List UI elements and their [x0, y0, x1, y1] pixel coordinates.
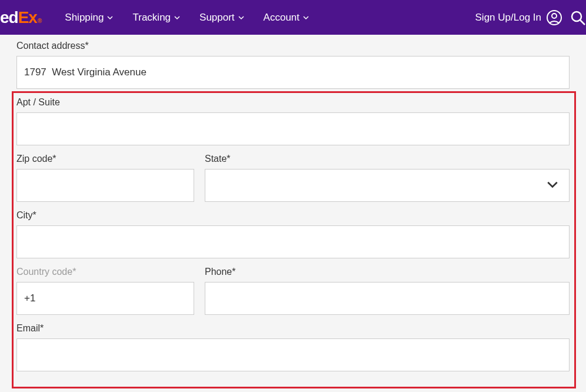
state-select-wrapper: [205, 169, 570, 202]
logo-dot: ®: [38, 18, 41, 24]
country-code-group: Country code*: [16, 267, 194, 315]
chevron-down-icon: [238, 14, 245, 21]
nav-support-label: Support: [199, 12, 235, 24]
main-nav: Shipping Tracking Support Account: [65, 12, 309, 24]
nav-account-label: Account: [264, 12, 299, 24]
form-container: Contact address* Apt / Suite Zip code* S…: [0, 35, 586, 371]
nav-shipping[interactable]: Shipping: [65, 12, 114, 24]
nav-tracking[interactable]: Tracking: [132, 12, 181, 24]
signin-button[interactable]: Sign Up/Log In: [475, 9, 562, 26]
city-label: City*: [16, 210, 570, 221]
country-phone-row: Country code* Phone*: [16, 267, 570, 323]
email-group: Email*: [16, 323, 570, 371]
chevron-down-icon: [174, 14, 181, 21]
phone-input[interactable]: [205, 282, 570, 315]
chevron-down-icon: [302, 14, 309, 21]
zip-label: Zip code*: [16, 154, 194, 164]
apt-suite-input[interactable]: [16, 112, 570, 145]
search-icon[interactable]: [570, 9, 586, 26]
phone-label: Phone*: [205, 267, 570, 277]
country-code-input[interactable]: [16, 282, 194, 315]
header-right: Sign Up/Log In: [475, 9, 586, 26]
fedex-logo[interactable]: edEx®: [0, 8, 41, 27]
apt-suite-label: Apt / Suite: [16, 97, 570, 108]
user-icon: [546, 9, 562, 26]
city-group: City*: [16, 210, 570, 258]
contact-address-group: Contact address*: [16, 41, 570, 89]
svg-point-2: [572, 12, 581, 21]
signin-label: Sign Up/Log In: [475, 12, 541, 24]
nav-support[interactable]: Support: [199, 12, 245, 24]
email-input[interactable]: [16, 338, 570, 371]
contact-address-input[interactable]: [16, 56, 570, 89]
apt-suite-group: Apt / Suite: [16, 97, 570, 145]
state-select[interactable]: [205, 169, 570, 202]
zip-input[interactable]: [16, 169, 194, 202]
chevron-down-icon: [106, 14, 114, 21]
nav-shipping-label: Shipping: [65, 12, 104, 24]
logo-fed-part: ed: [0, 8, 18, 27]
svg-line-3: [580, 20, 585, 25]
main-header: edEx® Shipping Tracking Support Account: [0, 0, 586, 35]
contact-address-label: Contact address*: [16, 41, 570, 51]
email-label: Email*: [16, 323, 570, 334]
city-input[interactable]: [16, 225, 570, 258]
state-group: State*: [205, 154, 570, 202]
state-label: State*: [205, 154, 570, 164]
zip-group: Zip code*: [16, 154, 194, 202]
logo-ex-part: Ex: [18, 8, 37, 27]
nav-account[interactable]: Account: [264, 12, 309, 24]
zip-state-row: Zip code* State*: [16, 154, 570, 210]
svg-point-1: [552, 14, 557, 18]
country-code-label: Country code*: [16, 267, 194, 277]
nav-tracking-label: Tracking: [132, 12, 171, 24]
phone-group: Phone*: [205, 267, 570, 315]
